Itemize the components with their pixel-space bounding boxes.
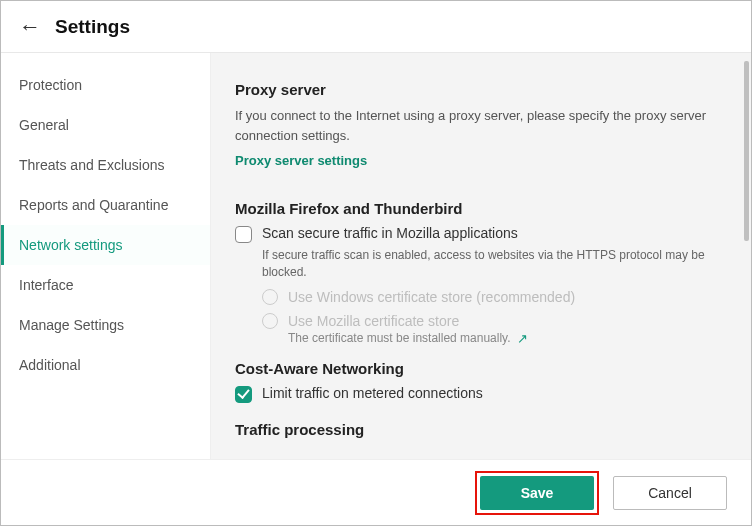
proxy-description: If you connect to the Internet using a p… [235,106,719,145]
sidebar-item-threats[interactable]: Threats and Exclusions [1,145,210,185]
section-heading-cost: Cost-Aware Networking [235,360,719,377]
cert-mozilla-label: Use Mozilla certificate store [288,313,459,329]
limit-traffic-checkbox[interactable] [235,386,252,403]
sidebar-item-label: Interface [19,277,73,293]
content-area: Proxy server If you connect to the Inter… [211,53,751,459]
sidebar-item-label: Network settings [19,237,122,253]
section-heading-mozilla: Mozilla Firefox and Thunderbird [235,200,719,217]
cert-windows-label: Use Windows certificate store (recommend… [288,289,575,305]
scan-secure-traffic-label: Scan secure traffic in Mozilla applicati… [262,225,518,241]
sidebar-item-network[interactable]: Network settings [1,225,210,265]
back-arrow-icon[interactable]: ← [19,16,55,38]
cert-windows-row: Use Windows certificate store (recommend… [262,289,719,305]
section-cost: Cost-Aware Networking Limit traffic on m… [235,360,719,403]
scroll-thumb[interactable] [744,61,749,241]
sidebar-item-label: Protection [19,77,82,93]
scrollbar[interactable] [743,53,751,459]
proxy-settings-link[interactable]: Proxy server settings [235,153,367,168]
body: Protection General Threats and Exclusion… [1,53,751,459]
sidebar-item-additional[interactable]: Additional [1,345,210,385]
cert-windows-radio [262,289,278,305]
sidebar-item-label: Manage Settings [19,317,124,333]
footer: Save Cancel [1,459,751,525]
save-highlight-box: Save [475,471,599,515]
scan-secure-traffic-row: Scan secure traffic in Mozilla applicati… [235,225,719,243]
scan-secure-traffic-checkbox[interactable] [235,226,252,243]
sidebar: Protection General Threats and Exclusion… [1,53,211,459]
sidebar-item-reports[interactable]: Reports and Quarantine [1,185,210,225]
sidebar-item-protection[interactable]: Protection [1,65,210,105]
sidebar-item-general[interactable]: General [1,105,210,145]
cert-mozilla-radio [262,313,278,329]
limit-traffic-row: Limit traffic on metered connections [235,385,719,403]
header: ← Settings [1,1,751,53]
cert-mozilla-subnote: The certificate must be installed manual… [288,331,719,346]
section-mozilla: Mozilla Firefox and Thunderbird Scan sec… [235,200,719,346]
sidebar-item-label: Additional [19,357,81,373]
sidebar-item-interface[interactable]: Interface [1,265,210,305]
sidebar-item-label: Threats and Exclusions [19,157,165,173]
limit-traffic-label: Limit traffic on metered connections [262,385,483,401]
page-title: Settings [55,16,130,38]
settings-window: ← Settings Protection General Threats an… [0,0,752,526]
section-heading-proxy: Proxy server [235,81,719,98]
cert-mozilla-subnote-text: The certificate must be installed manual… [288,331,511,345]
cert-mozilla-row: Use Mozilla certificate store [262,313,719,329]
external-link-icon[interactable]: ↗ [517,331,528,346]
sidebar-item-label: General [19,117,69,133]
save-button[interactable]: Save [480,476,594,510]
sidebar-item-label: Reports and Quarantine [19,197,168,213]
section-proxy: Proxy server If you connect to the Inter… [235,81,719,186]
scan-secure-traffic-note: If secure traffic scan is enabled, acces… [262,247,719,281]
cancel-button[interactable]: Cancel [613,476,727,510]
section-traffic: Traffic processing [235,421,719,438]
sidebar-item-manage[interactable]: Manage Settings [1,305,210,345]
content-scroll: Proxy server If you connect to the Inter… [211,53,743,459]
section-heading-traffic: Traffic processing [235,421,719,438]
